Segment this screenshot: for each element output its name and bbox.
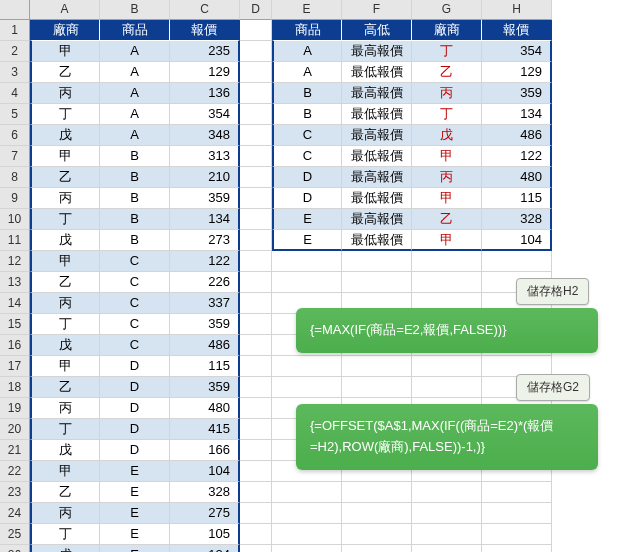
colhead-B[interactable]: B (100, 0, 170, 20)
cell-d[interactable] (240, 335, 272, 356)
cell-vendor[interactable]: 丙 (30, 293, 100, 314)
cell-price[interactable]: 275 (170, 503, 240, 524)
colhead-C[interactable]: C (170, 0, 240, 20)
cell-d[interactable] (240, 314, 272, 335)
r-vendor[interactable]: 甲 (412, 146, 482, 167)
cell-d[interactable] (240, 503, 272, 524)
r-vendor[interactable]: 丙 (412, 167, 482, 188)
rowhead-2[interactable]: 2 (0, 41, 30, 62)
cell-d[interactable] (240, 482, 272, 503)
cell-product[interactable]: D (100, 377, 170, 398)
cell[interactable] (342, 482, 412, 503)
cell[interactable] (412, 524, 482, 545)
cell-price[interactable]: 136 (170, 83, 240, 104)
cell[interactable] (272, 377, 342, 398)
cell[interactable] (342, 272, 412, 293)
cell-price[interactable]: 486 (170, 335, 240, 356)
cell-product[interactable]: E (100, 503, 170, 524)
cell-price[interactable]: 226 (170, 272, 240, 293)
cell-vendor[interactable]: 戊 (30, 125, 100, 146)
cell-vendor[interactable]: 乙 (30, 272, 100, 293)
rowhead-13[interactable]: 13 (0, 272, 30, 293)
cell-d[interactable] (240, 419, 272, 440)
cell-vendor[interactable]: 丁 (30, 314, 100, 335)
cell-d[interactable] (240, 398, 272, 419)
rowhead-3[interactable]: 3 (0, 62, 30, 83)
rowhead-10[interactable]: 10 (0, 209, 30, 230)
cell-vendor[interactable]: 乙 (30, 167, 100, 188)
r-hilo[interactable]: 最高報價 (342, 167, 412, 188)
cell-d[interactable] (240, 545, 272, 552)
r-product[interactable]: D (272, 167, 342, 188)
r-price[interactable]: 134 (482, 104, 552, 125)
cell-d[interactable] (240, 461, 272, 482)
r-price[interactable]: 122 (482, 146, 552, 167)
r-hilo[interactable]: 最高報價 (342, 209, 412, 230)
cell-vendor[interactable]: 甲 (30, 146, 100, 167)
cell-vendor[interactable]: 戊 (30, 230, 100, 251)
r-product[interactable]: A (272, 62, 342, 83)
cell[interactable] (272, 356, 342, 377)
rowhead-17[interactable]: 17 (0, 356, 30, 377)
cell-price[interactable]: 354 (170, 104, 240, 125)
cell[interactable] (272, 482, 342, 503)
cell-vendor[interactable]: 丙 (30, 398, 100, 419)
cell[interactable] (482, 482, 552, 503)
cell[interactable] (412, 503, 482, 524)
rowhead-1[interactable]: 1 (0, 20, 30, 41)
cell[interactable] (412, 482, 482, 503)
cell-vendor[interactable]: 丁 (30, 524, 100, 545)
cell-product[interactable]: A (100, 41, 170, 62)
cell-product[interactable]: E (100, 524, 170, 545)
r-price[interactable]: 115 (482, 188, 552, 209)
cell-price[interactable]: 105 (170, 524, 240, 545)
cell-vendor[interactable]: 乙 (30, 377, 100, 398)
rowhead-9[interactable]: 9 (0, 188, 30, 209)
r-product[interactable]: B (272, 83, 342, 104)
cell[interactable] (412, 356, 482, 377)
cell-vendor[interactable]: 丙 (30, 503, 100, 524)
cell-product[interactable]: E (100, 482, 170, 503)
r-price[interactable]: 104 (482, 230, 552, 251)
r-vendor[interactable]: 乙 (412, 62, 482, 83)
rowhead-6[interactable]: 6 (0, 125, 30, 146)
rowhead-8[interactable]: 8 (0, 167, 30, 188)
cell-product[interactable]: C (100, 293, 170, 314)
r-price[interactable]: 354 (482, 41, 552, 62)
cell[interactable] (482, 503, 552, 524)
cell-product[interactable]: C (100, 272, 170, 293)
colhead-F[interactable]: F (342, 0, 412, 20)
cell-vendor[interactable]: 乙 (30, 482, 100, 503)
cell-price[interactable]: 166 (170, 440, 240, 461)
cell-product[interactable]: B (100, 209, 170, 230)
cell[interactable] (342, 377, 412, 398)
cell-price[interactable]: 104 (170, 461, 240, 482)
r-vendor[interactable]: 甲 (412, 188, 482, 209)
cell-product[interactable]: A (100, 83, 170, 104)
cell-price[interactable]: 480 (170, 398, 240, 419)
r-price[interactable]: 129 (482, 62, 552, 83)
rowhead-23[interactable]: 23 (0, 482, 30, 503)
cell[interactable] (342, 356, 412, 377)
cell-price[interactable]: 348 (170, 125, 240, 146)
cell[interactable] (412, 251, 482, 272)
rowhead-12[interactable]: 12 (0, 251, 30, 272)
r-hilo[interactable]: 最低報價 (342, 146, 412, 167)
cell-d[interactable] (240, 356, 272, 377)
cell[interactable] (342, 545, 412, 552)
r-hilo[interactable]: 最低報價 (342, 104, 412, 125)
rowhead-16[interactable]: 16 (0, 335, 30, 356)
cell-product[interactable]: B (100, 230, 170, 251)
cell[interactable] (272, 272, 342, 293)
cell-product[interactable]: C (100, 335, 170, 356)
rowhead-20[interactable]: 20 (0, 419, 30, 440)
cell-product[interactable]: B (100, 188, 170, 209)
cell-d1[interactable] (240, 20, 272, 41)
cell-d[interactable] (240, 377, 272, 398)
rowhead-7[interactable]: 7 (0, 146, 30, 167)
cell-vendor[interactable]: 戊 (30, 440, 100, 461)
cell-price[interactable]: 313 (170, 146, 240, 167)
rowhead-26[interactable]: 26 (0, 545, 30, 552)
cell[interactable] (412, 545, 482, 552)
cell-product[interactable]: E (100, 461, 170, 482)
